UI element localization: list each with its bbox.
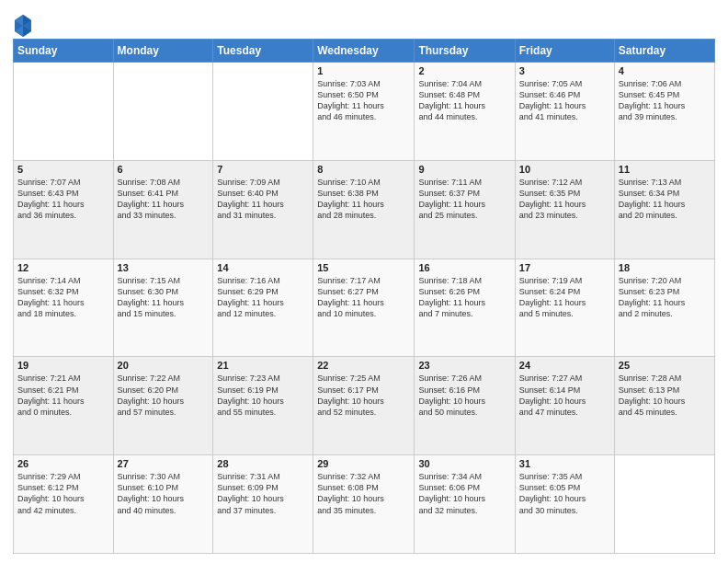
day-number: 7: [217, 164, 309, 175]
calendar-week-row: 5Sunrise: 7:07 AMSunset: 6:43 PMDaylight…: [14, 160, 715, 259]
day-number: 19: [17, 360, 109, 371]
day-of-week-header: Wednesday: [313, 40, 415, 63]
cell-content: Sunrise: 7:35 AMSunset: 6:05 PMDaylight:…: [519, 471, 610, 516]
cell-content: Sunrise: 7:30 AMSunset: 6:10 PMDaylight:…: [118, 471, 210, 516]
cell-content: Sunrise: 7:32 AMSunset: 6:08 PMDaylight:…: [317, 471, 410, 516]
day-number: 23: [418, 360, 510, 371]
calendar-week-row: 19Sunrise: 7:21 AMSunset: 6:21 PMDayligh…: [14, 357, 715, 455]
cell-content: Sunrise: 7:05 AMSunset: 6:46 PMDaylight:…: [519, 78, 610, 123]
cell-content: Sunrise: 7:34 AMSunset: 6:06 PMDaylight:…: [418, 471, 510, 516]
calendar-cell: 1Sunrise: 7:03 AMSunset: 6:50 PMDaylight…: [313, 63, 415, 161]
day-number: 20: [118, 360, 210, 371]
calendar-cell: 4Sunrise: 7:06 AMSunset: 6:45 PMDaylight…: [614, 63, 714, 161]
calendar-cell: 20Sunrise: 7:22 AMSunset: 6:20 PMDayligh…: [113, 357, 213, 455]
day-number: 12: [17, 262, 109, 273]
day-number: 29: [317, 458, 410, 469]
day-number: 15: [317, 262, 410, 273]
calendar-cell: 11Sunrise: 7:13 AMSunset: 6:34 PMDayligh…: [614, 160, 714, 259]
cell-content: Sunrise: 7:22 AMSunset: 6:20 PMDaylight:…: [118, 373, 210, 418]
calendar-cell: 15Sunrise: 7:17 AMSunset: 6:27 PMDayligh…: [313, 259, 415, 357]
day-of-week-header: Sunday: [14, 40, 114, 63]
calendar-cell: 18Sunrise: 7:20 AMSunset: 6:23 PMDayligh…: [614, 259, 714, 357]
logo-icon: [13, 13, 29, 33]
day-number: 2: [418, 65, 510, 76]
cell-content: Sunrise: 7:19 AMSunset: 6:24 PMDaylight:…: [519, 275, 610, 320]
cell-content: Sunrise: 7:08 AMSunset: 6:41 PMDaylight:…: [118, 177, 210, 222]
calendar-cell: 24Sunrise: 7:27 AMSunset: 6:14 PMDayligh…: [515, 357, 614, 455]
calendar-cell: 5Sunrise: 7:07 AMSunset: 6:43 PMDaylight…: [14, 160, 114, 259]
calendar-cell: 21Sunrise: 7:23 AMSunset: 6:19 PMDayligh…: [213, 357, 313, 455]
calendar-week-row: 12Sunrise: 7:14 AMSunset: 6:32 PMDayligh…: [14, 259, 715, 357]
day-number: 17: [519, 262, 610, 273]
cell-content: Sunrise: 7:11 AMSunset: 6:37 PMDaylight:…: [418, 177, 510, 222]
calendar-header: SundayMondayTuesdayWednesdayThursdayFrid…: [14, 40, 715, 63]
calendar-cell: [14, 63, 114, 161]
cell-content: Sunrise: 7:10 AMSunset: 6:38 PMDaylight:…: [317, 177, 410, 222]
day-number: 14: [217, 262, 309, 273]
calendar-table: SundayMondayTuesdayWednesdayThursdayFrid…: [13, 39, 715, 554]
day-of-week-header: Saturday: [614, 40, 714, 63]
day-of-week-header: Monday: [113, 40, 213, 63]
cell-content: Sunrise: 7:07 AMSunset: 6:43 PMDaylight:…: [17, 177, 109, 222]
calendar-cell: 13Sunrise: 7:15 AMSunset: 6:30 PMDayligh…: [113, 259, 213, 357]
day-header-row: SundayMondayTuesdayWednesdayThursdayFrid…: [14, 40, 715, 63]
day-number: 1: [317, 65, 410, 76]
calendar-cell: 17Sunrise: 7:19 AMSunset: 6:24 PMDayligh…: [515, 259, 614, 357]
calendar-cell: 22Sunrise: 7:25 AMSunset: 6:17 PMDayligh…: [313, 357, 415, 455]
calendar-cell: 31Sunrise: 7:35 AMSunset: 6:05 PMDayligh…: [515, 455, 614, 554]
day-number: 13: [118, 262, 210, 273]
calendar-cell: 26Sunrise: 7:29 AMSunset: 6:12 PMDayligh…: [14, 455, 114, 554]
day-number: 4: [619, 65, 711, 76]
cell-content: Sunrise: 7:31 AMSunset: 6:09 PMDaylight:…: [217, 471, 309, 516]
cell-content: Sunrise: 7:16 AMSunset: 6:29 PMDaylight:…: [217, 275, 309, 320]
cell-content: Sunrise: 7:14 AMSunset: 6:32 PMDaylight:…: [17, 275, 109, 320]
calendar-cell: 14Sunrise: 7:16 AMSunset: 6:29 PMDayligh…: [213, 259, 313, 357]
day-of-week-header: Thursday: [415, 40, 515, 63]
day-number: 11: [619, 164, 711, 175]
day-number: 26: [17, 458, 109, 469]
day-of-week-header: Tuesday: [213, 40, 313, 63]
day-number: 24: [519, 360, 610, 371]
calendar-cell: 10Sunrise: 7:12 AMSunset: 6:35 PMDayligh…: [515, 160, 614, 259]
day-number: 10: [519, 164, 610, 175]
day-number: 5: [17, 164, 109, 175]
logo: [13, 13, 33, 33]
calendar-cell: 23Sunrise: 7:26 AMSunset: 6:16 PMDayligh…: [415, 357, 515, 455]
day-number: 31: [519, 458, 610, 469]
calendar-cell: 19Sunrise: 7:21 AMSunset: 6:21 PMDayligh…: [14, 357, 114, 455]
cell-content: Sunrise: 7:29 AMSunset: 6:12 PMDaylight:…: [17, 471, 109, 516]
cell-content: Sunrise: 7:27 AMSunset: 6:14 PMDaylight:…: [519, 373, 610, 418]
page: SundayMondayTuesdayWednesdayThursdayFrid…: [0, 0, 728, 563]
cell-content: Sunrise: 7:09 AMSunset: 6:40 PMDaylight:…: [217, 177, 309, 222]
cell-content: Sunrise: 7:15 AMSunset: 6:30 PMDaylight:…: [118, 275, 210, 320]
calendar-cell: 8Sunrise: 7:10 AMSunset: 6:38 PMDaylight…: [313, 160, 415, 259]
calendar-cell: 25Sunrise: 7:28 AMSunset: 6:13 PMDayligh…: [614, 357, 714, 455]
day-number: 18: [619, 262, 711, 273]
header: [13, 9, 715, 33]
day-number: 21: [217, 360, 309, 371]
calendar-cell: 30Sunrise: 7:34 AMSunset: 6:06 PMDayligh…: [415, 455, 515, 554]
day-number: 3: [519, 65, 610, 76]
calendar-cell: [113, 63, 213, 161]
calendar-cell: [614, 455, 714, 554]
day-number: 25: [619, 360, 711, 371]
calendar-cell: 29Sunrise: 7:32 AMSunset: 6:08 PMDayligh…: [313, 455, 415, 554]
cell-content: Sunrise: 7:17 AMSunset: 6:27 PMDaylight:…: [317, 275, 410, 320]
cell-content: Sunrise: 7:13 AMSunset: 6:34 PMDaylight:…: [619, 177, 711, 222]
cell-content: Sunrise: 7:06 AMSunset: 6:45 PMDaylight:…: [619, 78, 711, 123]
day-number: 6: [118, 164, 210, 175]
calendar-week-row: 26Sunrise: 7:29 AMSunset: 6:12 PMDayligh…: [14, 455, 715, 554]
day-number: 27: [118, 458, 210, 469]
day-number: 28: [217, 458, 309, 469]
cell-content: Sunrise: 7:26 AMSunset: 6:16 PMDaylight:…: [418, 373, 510, 418]
cell-content: Sunrise: 7:21 AMSunset: 6:21 PMDaylight:…: [17, 373, 109, 418]
calendar-cell: [213, 63, 313, 161]
calendar-week-row: 1Sunrise: 7:03 AMSunset: 6:50 PMDaylight…: [14, 63, 715, 161]
cell-content: Sunrise: 7:18 AMSunset: 6:26 PMDaylight:…: [418, 275, 510, 320]
day-number: 9: [418, 164, 510, 175]
day-number: 8: [317, 164, 410, 175]
day-number: 30: [418, 458, 510, 469]
cell-content: Sunrise: 7:04 AMSunset: 6:48 PMDaylight:…: [418, 78, 510, 123]
cell-content: Sunrise: 7:23 AMSunset: 6:19 PMDaylight:…: [217, 373, 309, 418]
cell-content: Sunrise: 7:03 AMSunset: 6:50 PMDaylight:…: [317, 78, 410, 123]
